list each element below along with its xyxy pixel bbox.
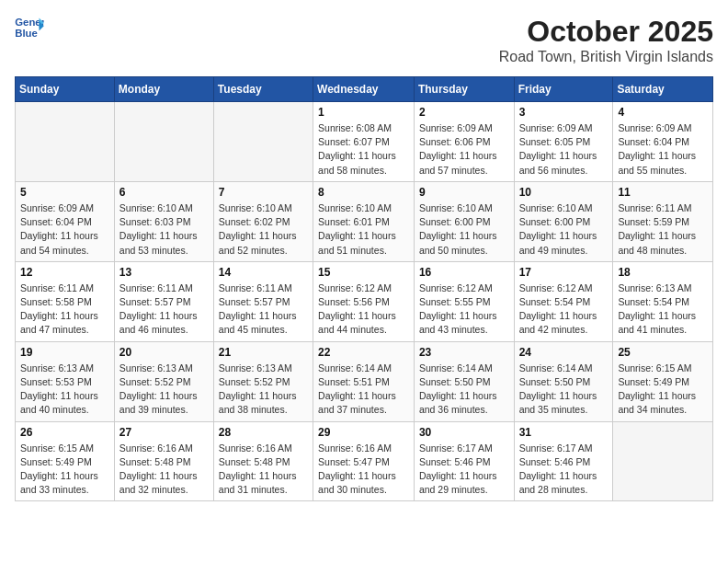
calendar-cell: 9Sunrise: 6:10 AMSunset: 6:00 PMDaylight… <box>414 181 514 261</box>
day-info: Sunrise: 6:17 AMSunset: 5:46 PMDaylight:… <box>419 442 509 498</box>
day-info: Sunrise: 6:13 AMSunset: 5:53 PMDaylight:… <box>20 362 109 418</box>
calendar-cell: 15Sunrise: 6:12 AMSunset: 5:56 PMDayligh… <box>313 261 415 341</box>
day-info: Sunrise: 6:14 AMSunset: 5:51 PMDaylight:… <box>318 362 409 418</box>
day-info: Sunrise: 6:16 AMSunset: 5:48 PMDaylight:… <box>119 442 209 498</box>
day-number: 19 <box>20 346 109 359</box>
calendar-cell: 12Sunrise: 6:11 AMSunset: 5:58 PMDayligh… <box>16 261 115 341</box>
calendar-week-2: 5Sunrise: 6:09 AMSunset: 6:04 PMDaylight… <box>16 181 713 261</box>
calendar-cell: 13Sunrise: 6:11 AMSunset: 5:57 PMDayligh… <box>114 261 213 341</box>
day-number: 27 <box>119 426 209 439</box>
calendar-cell: 21Sunrise: 6:13 AMSunset: 5:52 PMDayligh… <box>213 341 313 421</box>
calendar-cell: 26Sunrise: 6:15 AMSunset: 5:49 PMDayligh… <box>16 421 115 501</box>
calendar-cell: 30Sunrise: 6:17 AMSunset: 5:46 PMDayligh… <box>414 421 514 501</box>
day-info: Sunrise: 6:11 AMSunset: 5:58 PMDaylight:… <box>20 282 109 338</box>
day-info: Sunrise: 6:12 AMSunset: 5:55 PMDaylight:… <box>419 282 509 338</box>
day-info: Sunrise: 6:12 AMSunset: 5:54 PMDaylight:… <box>519 282 609 338</box>
weekday-header-row: SundayMondayTuesdayWednesdayThursdayFrid… <box>16 77 713 102</box>
calendar-cell <box>613 421 713 501</box>
day-info: Sunrise: 6:09 AMSunset: 6:04 PMDaylight:… <box>618 121 708 178</box>
calendar-cell <box>16 102 115 182</box>
calendar-cell: 7Sunrise: 6:10 AMSunset: 6:02 PMDaylight… <box>213 181 313 261</box>
day-number: 22 <box>318 346 409 359</box>
day-number: 2 <box>419 106 509 119</box>
day-number: 17 <box>519 266 609 279</box>
day-number: 31 <box>519 426 609 439</box>
calendar-cell: 14Sunrise: 6:11 AMSunset: 5:57 PMDayligh… <box>213 261 313 341</box>
day-number: 3 <box>519 106 609 119</box>
day-info: Sunrise: 6:15 AMSunset: 5:49 PMDaylight:… <box>618 362 708 418</box>
calendar-cell: 10Sunrise: 6:10 AMSunset: 6:00 PMDayligh… <box>514 181 613 261</box>
calendar-cell: 31Sunrise: 6:17 AMSunset: 5:46 PMDayligh… <box>514 421 613 501</box>
day-number: 20 <box>119 346 209 359</box>
day-info: Sunrise: 6:09 AMSunset: 6:06 PMDaylight:… <box>419 121 509 178</box>
day-info: Sunrise: 6:10 AMSunset: 6:03 PMDaylight:… <box>119 201 209 258</box>
day-info: Sunrise: 6:16 AMSunset: 5:47 PMDaylight:… <box>318 442 409 498</box>
day-info: Sunrise: 6:13 AMSunset: 5:54 PMDaylight:… <box>618 282 708 338</box>
day-info: Sunrise: 6:17 AMSunset: 5:46 PMDaylight:… <box>519 442 609 498</box>
day-info: Sunrise: 6:10 AMSunset: 6:01 PMDaylight:… <box>318 201 409 258</box>
calendar-cell: 22Sunrise: 6:14 AMSunset: 5:51 PMDayligh… <box>313 341 415 421</box>
calendar-cell: 18Sunrise: 6:13 AMSunset: 5:54 PMDayligh… <box>613 261 713 341</box>
calendar-cell: 28Sunrise: 6:16 AMSunset: 5:48 PMDayligh… <box>213 421 313 501</box>
calendar-cell: 4Sunrise: 6:09 AMSunset: 6:04 PMDaylight… <box>613 102 713 182</box>
calendar-cell: 20Sunrise: 6:13 AMSunset: 5:52 PMDayligh… <box>114 341 213 421</box>
calendar-table: SundayMondayTuesdayWednesdayThursdayFrid… <box>15 76 713 501</box>
day-number: 16 <box>419 266 509 279</box>
calendar-cell: 5Sunrise: 6:09 AMSunset: 6:04 PMDaylight… <box>16 181 115 261</box>
day-info: Sunrise: 6:11 AMSunset: 5:57 PMDaylight:… <box>219 282 308 338</box>
day-number: 14 <box>219 266 308 279</box>
day-number: 29 <box>318 426 409 439</box>
location-subtitle: Road Town, British Virgin Islands <box>499 49 713 65</box>
day-number: 5 <box>20 186 109 199</box>
calendar-cell: 24Sunrise: 6:14 AMSunset: 5:50 PMDayligh… <box>514 341 613 421</box>
calendar-cell: 29Sunrise: 6:16 AMSunset: 5:47 PMDayligh… <box>313 421 415 501</box>
calendar-cell: 3Sunrise: 6:09 AMSunset: 6:05 PMDaylight… <box>514 102 613 182</box>
calendar-cell: 6Sunrise: 6:10 AMSunset: 6:03 PMDaylight… <box>114 181 213 261</box>
calendar-cell: 2Sunrise: 6:09 AMSunset: 6:06 PMDaylight… <box>414 102 514 182</box>
day-number: 10 <box>519 186 609 199</box>
day-info: Sunrise: 6:10 AMSunset: 6:00 PMDaylight:… <box>419 201 509 258</box>
calendar-cell: 8Sunrise: 6:10 AMSunset: 6:01 PMDaylight… <box>313 181 415 261</box>
day-number: 21 <box>219 346 308 359</box>
calendar-cell: 25Sunrise: 6:15 AMSunset: 5:49 PMDayligh… <box>613 341 713 421</box>
day-number: 24 <box>519 346 609 359</box>
weekday-header-thursday: Thursday <box>414 77 514 102</box>
calendar-cell: 16Sunrise: 6:12 AMSunset: 5:55 PMDayligh… <box>414 261 514 341</box>
logo-icon: General Blue <box>15 15 44 40</box>
logo: General Blue <box>15 15 44 40</box>
day-number: 4 <box>618 106 708 119</box>
day-info: Sunrise: 6:08 AMSunset: 6:07 PMDaylight:… <box>318 121 409 178</box>
weekday-header-tuesday: Tuesday <box>213 77 313 102</box>
day-number: 9 <box>419 186 509 199</box>
calendar-cell: 27Sunrise: 6:16 AMSunset: 5:48 PMDayligh… <box>114 421 213 501</box>
day-number: 7 <box>219 186 308 199</box>
day-info: Sunrise: 6:14 AMSunset: 5:50 PMDaylight:… <box>419 362 509 418</box>
page-header: General Blue October 2025 Road Town, Bri… <box>15 15 713 65</box>
day-info: Sunrise: 6:10 AMSunset: 6:00 PMDaylight:… <box>519 201 609 258</box>
calendar-cell <box>213 102 313 182</box>
day-info: Sunrise: 6:10 AMSunset: 6:02 PMDaylight:… <box>219 201 308 258</box>
day-info: Sunrise: 6:15 AMSunset: 5:49 PMDaylight:… <box>20 442 109 498</box>
weekday-header-wednesday: Wednesday <box>313 77 415 102</box>
calendar-week-5: 26Sunrise: 6:15 AMSunset: 5:49 PMDayligh… <box>16 421 713 501</box>
day-info: Sunrise: 6:13 AMSunset: 5:52 PMDaylight:… <box>219 362 308 418</box>
calendar-cell: 1Sunrise: 6:08 AMSunset: 6:07 PMDaylight… <box>313 102 415 182</box>
day-info: Sunrise: 6:09 AMSunset: 6:05 PMDaylight:… <box>519 121 609 178</box>
calendar-cell: 23Sunrise: 6:14 AMSunset: 5:50 PMDayligh… <box>414 341 514 421</box>
day-number: 18 <box>618 266 708 279</box>
day-info: Sunrise: 6:11 AMSunset: 5:57 PMDaylight:… <box>119 282 209 338</box>
calendar-cell: 11Sunrise: 6:11 AMSunset: 5:59 PMDayligh… <box>613 181 713 261</box>
day-info: Sunrise: 6:11 AMSunset: 5:59 PMDaylight:… <box>618 201 708 258</box>
day-number: 25 <box>618 346 708 359</box>
day-number: 13 <box>119 266 209 279</box>
day-number: 6 <box>119 186 209 199</box>
calendar-cell: 19Sunrise: 6:13 AMSunset: 5:53 PMDayligh… <box>16 341 115 421</box>
day-number: 26 <box>20 426 109 439</box>
month-title: October 2025 <box>499 15 713 49</box>
day-number: 8 <box>318 186 409 199</box>
calendar-cell: 17Sunrise: 6:12 AMSunset: 5:54 PMDayligh… <box>514 261 613 341</box>
day-number: 23 <box>419 346 509 359</box>
weekday-header-saturday: Saturday <box>613 77 713 102</box>
calendar-week-3: 12Sunrise: 6:11 AMSunset: 5:58 PMDayligh… <box>16 261 713 341</box>
day-info: Sunrise: 6:12 AMSunset: 5:56 PMDaylight:… <box>318 282 409 338</box>
